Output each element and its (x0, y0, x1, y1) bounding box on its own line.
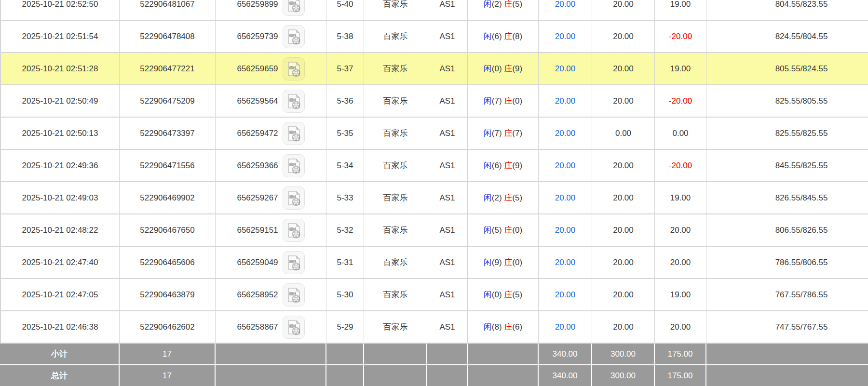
bet-history-page: 2025-10-21 02:52:50522906481067656259899… (0, 0, 868, 386)
round-id-text: 656259899 (237, 0, 278, 9)
balance-cell: 806.55/826.55 (706, 214, 868, 247)
bet-record-row[interactable]: 2025-10-21 02:49:36522906471556656259366… (0, 150, 868, 182)
platform-cell: AS1 (427, 53, 468, 85)
game-name-text: 百家乐 (383, 64, 408, 73)
video-replay-button[interactable] (283, 57, 305, 80)
video-file-icon (283, 25, 305, 48)
round-id-cell: 656259899 (216, 0, 326, 21)
valid-amount-cell: 20.00 (592, 0, 655, 21)
video-replay-button[interactable] (283, 0, 305, 16)
game-name-cell: 百家乐 (364, 150, 427, 182)
player-result-points: (8) (492, 322, 502, 332)
banker-result-label: 庄 (504, 258, 512, 267)
bet-amount-text: 20.00 (555, 226, 576, 235)
game-name-text: 百家乐 (383, 32, 408, 41)
bet-amount-cell: 20.00 (539, 214, 592, 247)
game-name-text: 百家乐 (383, 129, 408, 138)
bet-record-row[interactable]: 2025-10-21 02:48:22522906467650656259151… (0, 214, 868, 247)
valid-amount-text: 20.00 (613, 96, 634, 106)
table-number-cell: 5-31 (326, 247, 364, 279)
balance-cell: 825.55/805.55 (706, 85, 868, 118)
round-id-text: 656258867 (237, 322, 278, 332)
summary-valid-cell: 300.00 (592, 344, 655, 365)
win-loss-text: 0.00 (672, 129, 688, 138)
player-result-label: 闲 (484, 64, 492, 73)
game-name-cell: 百家乐 (364, 85, 427, 118)
bet-amount-cell: 20.00 (539, 0, 592, 21)
summary-label-text: 小计 (51, 349, 68, 359)
video-replay-button[interactable] (283, 25, 305, 48)
bet-record-row[interactable]: 2025-10-21 02:51:54522906478408656259739… (0, 21, 868, 53)
banker-result-points: (0) (512, 96, 522, 106)
bet-record-row[interactable]: 2025-10-21 02:50:49522906475209656259564… (0, 85, 868, 118)
bet-record-row[interactable]: 2025-10-21 02:51:28522906477221656259659… (0, 53, 868, 85)
time-text: 2025-10-21 02:47:05 (22, 290, 98, 299)
video-replay-button[interactable] (283, 90, 305, 113)
platform-text: AS1 (439, 0, 455, 9)
bet-record-row[interactable]: 2025-10-21 02:49:03522906469902656259267… (0, 182, 868, 214)
result-cell: 闲(6) 庄(9) (468, 150, 539, 182)
game-name-text: 百家乐 (383, 290, 408, 299)
game-name-cell: 百家乐 (364, 214, 427, 247)
video-replay-button[interactable] (283, 316, 305, 339)
video-file-icon (283, 219, 305, 242)
round-id-cell: 656259267 (216, 182, 326, 214)
game-name-text: 百家乐 (383, 193, 408, 202)
valid-amount-cell: 20.00 (592, 85, 655, 118)
bet-amount-cell: 20.00 (539, 53, 592, 85)
platform-cell: AS1 (427, 279, 468, 311)
order-id-cell: 522906473397 (120, 118, 216, 150)
banker-result-points: (0) (512, 226, 522, 235)
player-result-label: 闲 (484, 258, 492, 267)
game-name-text: 百家乐 (383, 258, 408, 267)
result-cell: 闲(5) 庄(0) (468, 214, 539, 247)
round-id-cell: 656259739 (216, 21, 326, 53)
round-id-cell: 656259049 (216, 247, 326, 279)
platform-cell: AS1 (427, 85, 468, 118)
bet-amount-text: 20.00 (555, 0, 576, 9)
banker-result-label: 庄 (504, 193, 512, 202)
table-number-text: 5-33 (337, 193, 353, 202)
time-text: 2025-10-21 02:49:36 (22, 161, 98, 170)
round-id-text: 656259659 (237, 64, 278, 74)
video-replay-button[interactable] (283, 219, 305, 242)
bet-record-row[interactable]: 2025-10-21 02:50:13522906473397656259472… (0, 118, 868, 150)
player-result-points: (2) (492, 0, 502, 9)
round-id-group: 656259472 (216, 118, 326, 149)
video-replay-button[interactable] (283, 251, 305, 274)
balance-text: 806.55/826.55 (775, 226, 828, 235)
banker-result-points: (0) (512, 258, 522, 267)
platform-cell: AS1 (427, 311, 468, 344)
summary-empty-cell (706, 344, 868, 365)
video-replay-button[interactable] (283, 122, 305, 145)
summary-count-text: 17 (163, 349, 172, 359)
summary-empty-cell (427, 365, 468, 386)
platform-text: AS1 (439, 64, 455, 73)
balance-text: 825.55/805.55 (775, 96, 828, 106)
video-replay-button[interactable] (283, 283, 305, 306)
platform-cell: AS1 (427, 214, 468, 247)
table-number-cell: 5-37 (326, 53, 364, 85)
round-id-text: 656259267 (237, 193, 278, 203)
win-loss-cell: 19.00 (655, 53, 706, 85)
table-number-text: 5-30 (337, 290, 353, 299)
bet-record-row[interactable]: 2025-10-21 02:47:05522906463879656258952… (0, 279, 868, 311)
bet-record-row[interactable]: 2025-10-21 02:46:38522906462602656258867… (0, 311, 868, 344)
bet-record-row[interactable]: 2025-10-21 02:52:50522906481067656259899… (0, 0, 868, 21)
order-id-text: 522906467650 (140, 226, 194, 235)
video-replay-button[interactable] (283, 186, 305, 210)
table-number-text: 5-29 (337, 322, 353, 332)
bet-amount-cell: 20.00 (539, 118, 592, 150)
round-id-group: 656259659 (216, 53, 326, 84)
table-number-cell: 5-40 (326, 0, 364, 21)
bet-history-table: 2025-10-21 02:52:50522906481067656259899… (0, 0, 868, 386)
video-replay-button[interactable] (283, 154, 305, 177)
bet-record-row[interactable]: 2025-10-21 02:47:40522906465606656259049… (0, 247, 868, 279)
valid-amount-cell: 20.00 (592, 182, 655, 214)
player-result-points: (2) (492, 193, 502, 202)
bet-amount-cell: 20.00 (539, 85, 592, 118)
banker-result-label: 庄 (504, 32, 512, 41)
banker-result-points: (7) (512, 129, 522, 138)
round-id-group: 656259267 (216, 182, 326, 213)
order-id-text: 522906471556 (140, 161, 194, 170)
